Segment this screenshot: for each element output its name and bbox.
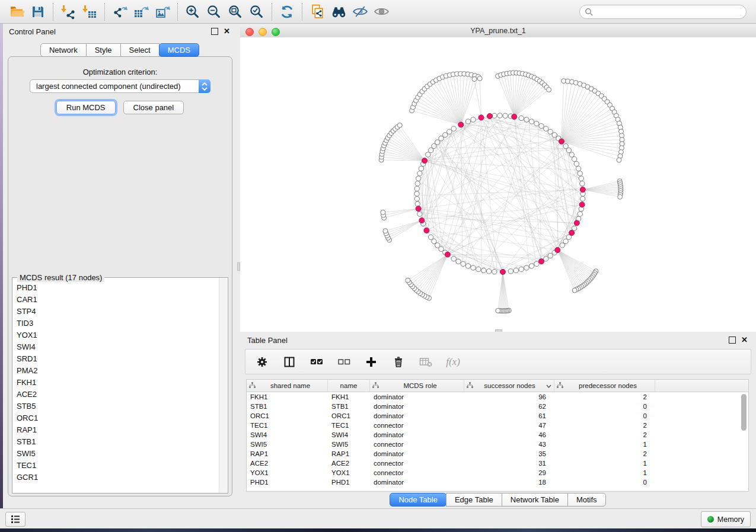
table-cell[interactable]: TEC1 [328,422,370,429]
export-network-button[interactable] [109,2,130,22]
show-all-button[interactable] [371,2,392,22]
table-cell[interactable]: SWI4 [328,431,370,438]
ring-node[interactable] [428,235,433,239]
ring-node[interactable] [415,181,420,186]
table-scrollbar-thumb[interactable] [741,394,747,431]
ring-node[interactable] [539,124,544,129]
table-cell[interactable]: 62 [464,403,554,410]
import-table-button[interactable] [79,2,100,22]
ring-node[interactable] [544,257,548,261]
dominator-node[interactable] [479,115,484,120]
table-row[interactable]: SWI4SWI4dominator462 [247,430,748,440]
column-header-mcds-role[interactable]: MCDS role [370,380,464,392]
ring-node[interactable] [552,133,557,137]
column-header-name[interactable]: name [328,380,370,392]
table-cell[interactable]: PHD1 [247,479,328,486]
table-cell[interactable]: dominator [370,431,464,438]
dominator-node[interactable] [512,114,517,120]
network-window-titlebar[interactable]: YPA_prune.txt_1 [240,25,756,38]
table-cell[interactable]: 1 [554,469,655,476]
ring-node[interactable] [578,211,582,216]
ring-node[interactable] [519,116,524,120]
deselect-all-button[interactable] [337,355,351,369]
table-row[interactable]: YOX1YOX1connector291 [247,468,748,477]
ring-node[interactable] [415,201,420,206]
ring-node[interactable] [572,156,576,161]
table-cell[interactable]: 47 [464,422,554,429]
ring-node[interactable] [416,176,421,181]
dominator-node[interactable] [458,122,464,127]
ring-node[interactable] [481,268,486,273]
table-cell[interactable]: ACE2 [328,460,370,467]
table-cell[interactable]: 0 [554,412,655,419]
ring-node[interactable] [439,246,444,251]
ring-node[interactable] [417,171,422,176]
dominator-node[interactable] [580,187,585,193]
mcds-result-item[interactable]: TEC1 [13,459,219,471]
dominator-node[interactable] [445,252,450,257]
ring-node[interactable] [492,113,497,118]
tab-style[interactable]: Style [86,43,121,57]
table-cell[interactable]: RAP1 [247,450,328,457]
table-options-gear-button[interactable] [255,355,269,369]
mcds-result-item[interactable]: YOX1 [13,329,219,341]
open-file-button[interactable] [6,2,27,22]
table-cell[interactable]: FKH1 [328,393,370,400]
table-row[interactable]: STB1STB1dominator620 [247,402,748,411]
mcds-result-item[interactable]: SWI4 [13,341,219,352]
ring-node[interactable] [471,265,476,270]
ring-node[interactable] [417,211,422,216]
table-cell[interactable]: dominator [370,393,464,400]
apply-function-button[interactable]: f(x) [446,355,460,369]
ring-node[interactable] [576,166,580,171]
table-cell[interactable]: dominator [370,479,464,486]
leaf-node[interactable] [406,278,410,283]
table-cell[interactable]: SWI4 [247,431,328,438]
select-all-button[interactable] [310,355,324,369]
table-cell[interactable]: 1 [554,460,655,467]
import-network-button[interactable] [58,2,79,22]
table-row[interactable]: RAP1RAP1dominator352 [247,449,748,459]
leaf-node[interactable] [572,288,577,293]
leaf-node[interactable] [381,210,385,215]
table-row[interactable]: ACE2ACE2connector311 [247,459,748,468]
leaf-node[interactable] [477,76,482,81]
run-mcds-button[interactable]: Run MCDS [56,101,116,114]
table-cell[interactable]: dominator [370,450,464,457]
dominator-node[interactable] [500,269,505,274]
search-box[interactable] [579,5,747,19]
float-panel-icon[interactable] [211,28,218,35]
tab-motifs[interactable]: Motifs [567,493,606,507]
ring-node[interactable] [524,265,529,270]
dominator-node[interactable] [569,230,575,236]
table-row[interactable]: PHD1PHD1dominator180 [247,477,748,487]
ring-node[interactable] [580,181,585,186]
table-cell[interactable]: 2 [554,450,655,457]
table-cell[interactable]: connector [370,469,464,476]
mcds-result-item[interactable]: PHD1 [13,281,219,293]
dominator-node[interactable] [574,220,579,226]
ring-node[interactable] [574,161,579,166]
dominator-node[interactable] [559,139,564,144]
mcds-result-item[interactable]: STB5 [13,400,219,412]
ring-node[interactable] [519,267,524,271]
mcds-result-item[interactable]: SRD1 [13,352,219,364]
dominator-node[interactable] [419,218,425,223]
ring-node[interactable] [471,117,476,122]
leaf-node[interactable] [496,308,500,313]
table-row[interactable]: ORC1ORC1dominator610 [247,411,748,421]
table-cell[interactable]: 96 [464,393,554,400]
table-row[interactable]: FKH1FKH1dominator962 [247,392,748,402]
zoom-fit-button[interactable] [225,2,246,22]
tab-network-table[interactable]: Network Table [502,493,568,507]
ring-node[interactable] [432,143,436,148]
ring-node[interactable] [419,166,423,171]
table-cell[interactable]: 61 [464,412,554,419]
ring-node[interactable] [465,119,470,124]
table-cell[interactable]: 31 [464,460,554,467]
leaf-node[interactable] [618,194,623,199]
table-scrollbar[interactable] [741,393,747,490]
ring-node[interactable] [563,143,568,148]
ring-node[interactable] [414,191,419,196]
ring-node[interactable] [566,148,571,153]
